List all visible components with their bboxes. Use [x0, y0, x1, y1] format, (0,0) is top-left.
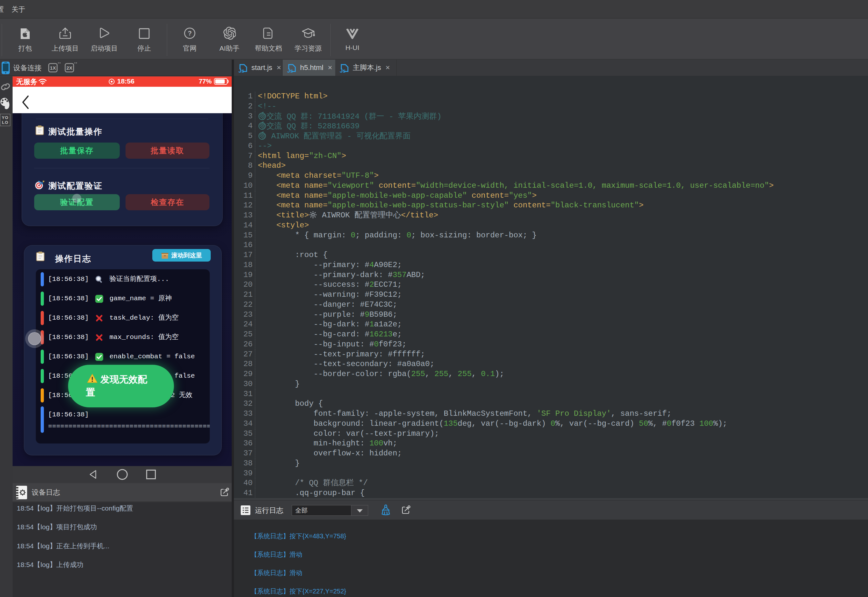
- svg-text:1X: 1X: [50, 65, 56, 71]
- svg-text:2X: 2X: [67, 65, 72, 71]
- svg-text:Js: Js: [287, 67, 293, 73]
- svg-text:Js: Js: [340, 67, 346, 73]
- svg-text:?: ?: [188, 30, 192, 37]
- svg-text:Js: Js: [238, 67, 244, 73]
